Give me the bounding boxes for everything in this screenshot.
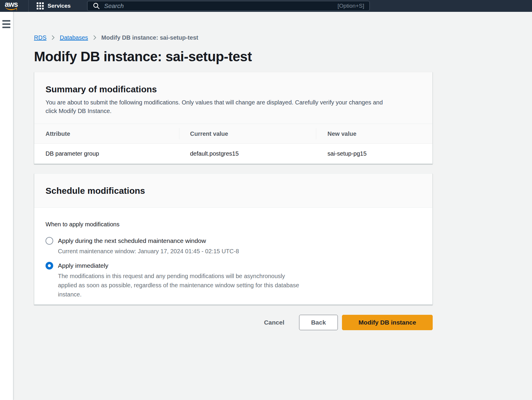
radio-unselected-icon[interactable] (46, 237, 53, 245)
aws-logo[interactable]: aws (0, 0, 28, 12)
apply-immediately-description: The modifications in this request and an… (58, 272, 299, 299)
breadcrumb-link-rds[interactable]: RDS (34, 34, 46, 41)
when-to-apply-label: When to apply modifications (46, 220, 421, 229)
modifications-table-header: Attribute Current value New value (34, 124, 432, 143)
side-nav-rail (0, 12, 13, 400)
back-button[interactable]: Back (299, 315, 338, 330)
radio-label-apply-immediately[interactable]: Apply immediately (58, 262, 108, 269)
radio-selected-icon[interactable] (46, 262, 53, 270)
chevron-right-icon (51, 35, 55, 41)
search-shortcut-hint: [Option+S] (338, 3, 364, 9)
hamburger-menu-icon[interactable] (2, 20, 10, 28)
services-label: Services (48, 3, 71, 9)
radio-label-maintenance-window[interactable]: Apply during the next scheduled maintena… (58, 237, 206, 244)
radio-option-apply-immediately[interactable]: Apply immediately The modifications in t… (46, 261, 421, 299)
schedule-card-body: When to apply modifications Apply during… (34, 208, 432, 304)
hamburger-bar (2, 27, 10, 28)
maintenance-window-description-line: Current maintenance window: January 17, … (58, 247, 239, 256)
breadcrumb-link-databases[interactable]: Databases (60, 34, 88, 41)
services-menu-button[interactable]: Services (29, 0, 78, 12)
aws-smile-icon (5, 6, 17, 10)
search-input[interactable] (104, 2, 338, 9)
hamburger-bar (2, 23, 10, 25)
summary-description-line2: click Modify DB Instance. (46, 107, 421, 115)
maintenance-window-description: Current maintenance window: January 17, … (58, 247, 239, 256)
hamburger-bar (2, 20, 10, 22)
column-header-current-value: Current value (179, 128, 316, 139)
breadcrumb: RDS Databases Modify DB instance: sai-se… (34, 34, 433, 41)
apply-immediately-description-line: instance. (58, 290, 299, 299)
schedule-card-title: Schedule modifications (46, 186, 421, 196)
schedule-modifications-card: Schedule modifications When to apply mod… (34, 173, 433, 305)
chevron-right-icon (93, 35, 97, 41)
summary-card-description: You are about to submit the following mo… (46, 98, 421, 115)
apply-immediately-description-line: The modifications in this request and an… (58, 272, 299, 281)
schedule-card-header: Schedule modifications (34, 174, 432, 208)
column-header-new-value: New value (316, 128, 432, 139)
grid-icon (36, 2, 44, 10)
summary-card-header: Summary of modifications You are about t… (34, 72, 432, 124)
apply-immediately-description-line: applied as soon as possible, regardless … (58, 281, 299, 290)
cell-current-value: default.postgres15 (179, 150, 316, 157)
cell-new-value: sai-setup-pg15 (316, 150, 432, 157)
cell-attribute: DB parameter group (34, 150, 179, 157)
search-icon (93, 2, 100, 9)
app-shell: RDS Databases Modify DB instance: sai-se… (0, 12, 532, 400)
top-navigation-bar: aws Services [Option+S] (0, 0, 532, 12)
cancel-button[interactable]: Cancel (264, 319, 284, 326)
summary-of-modifications-card: Summary of modifications You are about t… (34, 72, 433, 164)
summary-description-line1: You are about to submit the following mo… (46, 98, 421, 107)
column-header-attribute: Attribute (34, 130, 179, 137)
console-search-box[interactable]: [Option+S] (87, 1, 370, 11)
page-title: Modify DB instance: sai-setup-test (34, 49, 433, 64)
table-row: DB parameter group default.postgres15 sa… (34, 143, 432, 164)
modify-db-instance-button[interactable]: Modify DB instance (342, 315, 433, 330)
form-actions: Cancel Back Modify DB instance (34, 315, 433, 330)
main-content-area: RDS Databases Modify DB instance: sai-se… (13, 12, 532, 400)
summary-card-title: Summary of modifications (46, 84, 421, 95)
radio-option-maintenance-window[interactable]: Apply during the next scheduled maintena… (46, 236, 421, 256)
breadcrumb-current: Modify DB instance: sai-setup-test (101, 34, 198, 41)
